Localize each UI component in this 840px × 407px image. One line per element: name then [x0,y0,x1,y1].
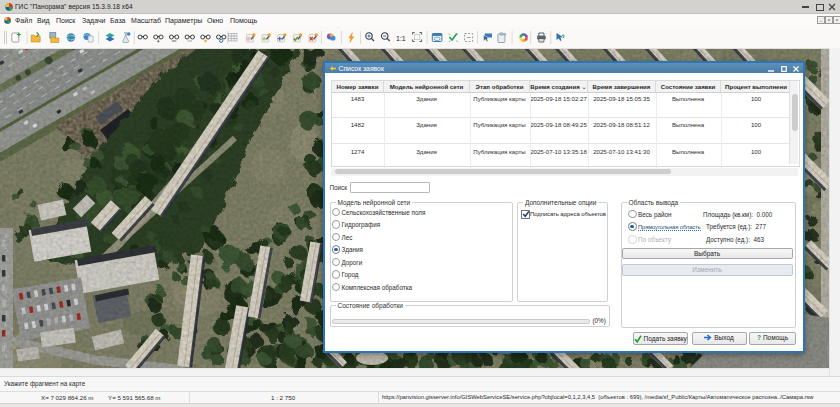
svg-text:1:1: 1:1 [396,35,406,42]
